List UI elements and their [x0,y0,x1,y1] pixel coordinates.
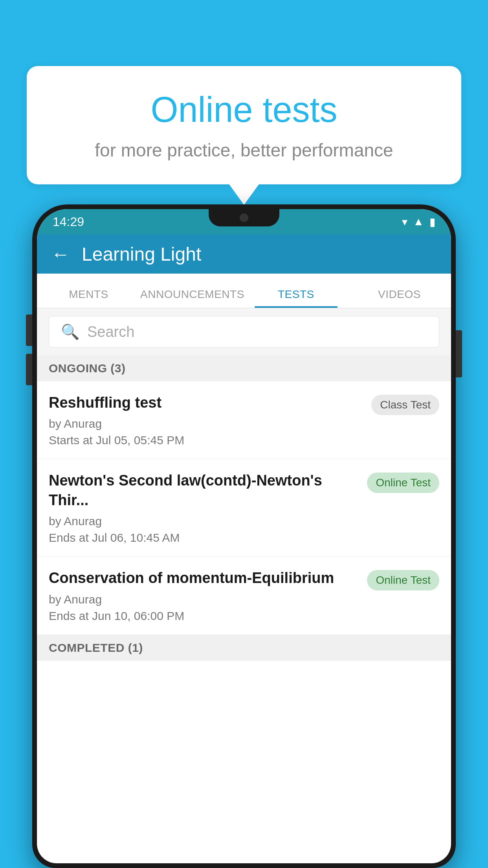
app-title: Learning Light [82,243,201,265]
phone-notch [209,209,279,226]
test-item-conservation[interactable]: Conservation of momentum-Equilibrium by … [37,557,451,634]
test-info-3: Conservation of momentum-Equilibrium by … [49,568,359,622]
app-header: ← Learning Light [37,234,451,274]
test-badge-1: Class Test [371,395,439,415]
bubble-title: Online tests [46,90,442,130]
test-date-2: Ends at Jul 06, 10:45 AM [49,531,359,544]
back-button[interactable]: ← [51,243,70,265]
test-title-1: Reshuffling test [49,393,363,412]
tab-bar: MENTS ANNOUNCEMENTS TESTS VIDEOS [37,274,451,308]
volume-down-button[interactable] [26,354,32,385]
test-item-newton[interactable]: Newton's Second law(contd)-Newton's Thir… [37,459,451,557]
test-author-2: by Anurag [49,515,359,528]
phone-screen: 14:29 ▾ ▲ ▮ ← Learning Light MENTS ANNOU… [37,209,451,863]
tab-tests[interactable]: TESTS [244,288,348,308]
test-badge-3: Online Test [367,570,439,590]
search-field[interactable]: 🔍 Search [49,316,439,348]
test-author-3: by Anurag [49,593,359,606]
test-date-3: Ends at Jun 10, 06:00 PM [49,609,359,623]
completed-section-header: COMPLETED (1) [37,635,451,661]
tab-announcements[interactable]: ANNOUNCEMENTS [140,288,244,308]
test-title-2: Newton's Second law(contd)-Newton's Thir… [49,471,359,510]
power-button[interactable] [456,330,462,377]
wifi-icon: ▾ [402,215,407,228]
test-list: Reshuffling test by Anurag Starts at Jul… [37,381,451,635]
phone-frame: 14:29 ▾ ▲ ▮ ← Learning Light MENTS ANNOU… [32,204,456,868]
bubble-subtitle: for more practice, better performance [46,140,442,161]
test-item-reshuffling[interactable]: Reshuffling test by Anurag Starts at Jul… [37,381,451,459]
tab-assignments[interactable]: MENTS [37,288,140,308]
test-title-3: Conservation of momentum-Equilibrium [49,568,359,588]
volume-up-button[interactable] [26,314,32,346]
test-badge-2: Online Test [367,473,439,493]
test-date-1: Starts at Jul 05, 05:45 PM [49,434,363,447]
camera [240,213,248,222]
test-info-1: Reshuffling test by Anurag Starts at Jul… [49,393,363,447]
status-time: 14:29 [53,215,84,229]
test-author-1: by Anurag [49,417,363,430]
status-icons: ▾ ▲ ▮ [402,215,435,228]
search-bar: 🔍 Search [37,308,451,355]
test-info-2: Newton's Second law(contd)-Newton's Thir… [49,471,359,544]
promo-bubble: Online tests for more practice, better p… [27,66,461,184]
battery-icon: ▮ [429,215,435,228]
search-placeholder: Search [87,324,134,340]
search-icon: 🔍 [61,323,79,340]
signal-icon: ▲ [413,215,424,228]
tab-videos[interactable]: VIDEOS [348,288,451,308]
ongoing-section-header: ONGOING (3) [37,355,451,381]
